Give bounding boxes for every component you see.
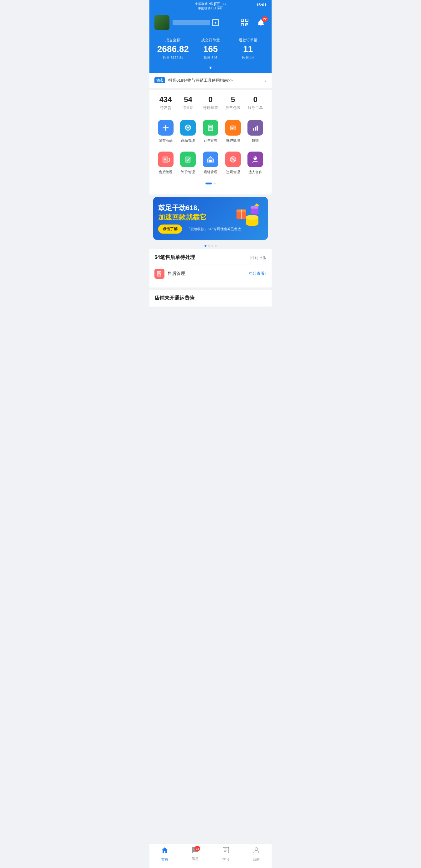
icon-grid-row1: 发布商品 商品管理 — [154, 117, 267, 146]
quick-stat-num-1: 54 — [177, 95, 200, 104]
stat-orders: 成交订单量 165 昨日 346 — [192, 38, 229, 60]
quick-stat-label-3: 异常包裹 — [222, 105, 244, 111]
shop-insurance-section: 店铺未开通运费险 — [149, 290, 272, 307]
hd-badge2: HD — [217, 7, 223, 10]
svg-rect-18 — [232, 128, 233, 129]
hd-badge1: HD — [214, 2, 220, 6]
stat-amount-sub: 昨日 5172.81 — [154, 55, 192, 60]
stat-refunds-label: 退款订单量 — [229, 38, 267, 43]
order-mgmt-icon — [203, 120, 218, 135]
quick-stat-1[interactable]: 54 待售后 — [177, 95, 200, 111]
notice-arrow-icon: › — [265, 78, 267, 83]
stats-row: 成交金额 2686.82 昨日 5172.81 成交订单量 165 昨日 346… — [154, 38, 267, 60]
aftersale-view-link[interactable]: 立即查看 › — [248, 271, 267, 277]
aftersale-label: 售后管理 — [159, 170, 173, 175]
product-mgmt-icon — [180, 120, 196, 135]
stat-amount-value: 2686.82 — [154, 44, 192, 54]
aftersale-section-header: 54笔售后单待处理 回到旧版 — [154, 254, 267, 261]
svg-line-26 — [190, 157, 191, 157]
notification-button[interactable]: 22 — [255, 17, 267, 28]
quick-stat-2[interactable]: 0 违规预警 — [199, 95, 222, 111]
promo-learn-btn[interactable]: 点击了解 — [158, 224, 182, 234]
icon-shop-mgmt[interactable]: 店铺管理 — [199, 148, 222, 178]
promo-pagination — [149, 242, 272, 249]
avatar[interactable] — [154, 15, 170, 30]
stat-refunds: 退款订单量 11 昨日 14 — [229, 38, 267, 60]
review-mgmt-icon — [180, 152, 196, 167]
aftersale-item-icon — [154, 269, 164, 279]
promo-dot-4[interactable] — [215, 245, 217, 247]
quick-stat-num-0: 434 — [154, 95, 177, 104]
time-display: 15:01 — [256, 2, 267, 7]
shop-insurance-title: 店铺未开通运费险 — [154, 295, 267, 302]
shop-mgmt-label: 店铺管理 — [204, 170, 217, 175]
publish-icon — [158, 120, 174, 135]
aftersale-section: 54笔售后单待处理 回到旧版 售后管理 立即查看 › — [149, 249, 272, 287]
icon-influencer[interactable]: 达人合作 — [244, 148, 267, 178]
publish-label: 发布商品 — [159, 138, 173, 143]
promo-dot-2[interactable] — [208, 245, 210, 247]
quick-stat-label-4: 服务工单 — [244, 105, 267, 111]
stat-orders-value: 165 — [192, 44, 229, 54]
header: ▼ 22 — [149, 12, 272, 77]
back-to-old-version-btn[interactable]: 回到旧版 — [250, 255, 267, 260]
stat-refunds-sub: 昨日 14 — [229, 55, 267, 60]
quick-stats-row: 434 待发货 54 待售后 0 违规预警 5 异常包裹 0 服务工单 — [154, 95, 267, 111]
promo-dot-3[interactable] — [211, 245, 213, 247]
stat-amount: 成交金额 2686.82 昨日 5172.81 — [154, 38, 192, 60]
stat-refunds-value: 11 — [229, 44, 267, 54]
icon-aftersale[interactable]: 售后管理 — [154, 148, 177, 178]
withdrawal-label: 账户提现 — [226, 138, 240, 143]
dot-inactive[interactable] — [214, 183, 215, 184]
notice-text: 抖音618好物节营销工具使用指南>> — [168, 78, 262, 83]
violation-mgmt-icon — [225, 152, 241, 167]
aftersale-icon — [158, 152, 174, 167]
aftersale-title: 54笔售后单待处理 — [154, 254, 195, 261]
quick-stat-0[interactable]: 434 待发货 — [154, 95, 177, 111]
carrier2-label: 中国移动 HD — [198, 6, 216, 11]
grid-pagination — [154, 180, 267, 187]
shop-mgmt-icon — [203, 152, 218, 167]
scan-button[interactable] — [239, 17, 250, 28]
icon-data[interactable]: 数据 — [244, 117, 267, 146]
quick-stat-3[interactable]: 5 异常包裹 — [222, 95, 244, 111]
svg-rect-0 — [241, 19, 244, 22]
notice-banner[interactable]: 动态 抖音618好物节营销工具使用指南>> › — [149, 73, 272, 88]
product-mgmt-label: 商品管理 — [181, 138, 195, 143]
review-mgmt-label: 评价管理 — [181, 170, 195, 175]
user-info: ▼ — [154, 15, 219, 30]
icon-order-mgmt[interactable]: 订单管理 — [199, 117, 222, 146]
data-icon — [247, 120, 263, 135]
notice-tag: 动态 — [154, 78, 165, 83]
icon-review-mgmt[interactable]: 评价管理 — [177, 148, 200, 178]
influencer-label: 达人合作 — [248, 170, 262, 175]
promo-banner[interactable]: 鼓足干劲618,加速回款就靠它 点击了解 「极速收款」618专属优惠券已发放 — [153, 197, 268, 240]
stat-amount-label: 成交金额 — [154, 38, 192, 43]
dot-active[interactable] — [206, 183, 212, 184]
icon-grid-row2: 售后管理 评价管理 店 — [154, 148, 267, 178]
quick-stat-4[interactable]: 0 服务工单 — [244, 95, 267, 111]
quick-stat-num-4: 0 — [244, 95, 267, 104]
violation-mgmt-label: 违规管理 — [226, 170, 240, 175]
svg-rect-27 — [209, 160, 212, 162]
promo-dot-1[interactable] — [205, 245, 206, 247]
aftersale-item[interactable]: 售后管理 立即查看 › — [154, 265, 267, 282]
svg-rect-21 — [257, 126, 258, 131]
stat-orders-label: 成交订单量 — [192, 38, 229, 43]
quick-stat-num-3: 5 — [222, 95, 244, 104]
icon-violation-mgmt[interactable]: 违规管理 — [222, 148, 244, 178]
dropdown-arrow[interactable]: ▼ — [212, 19, 219, 26]
svg-rect-1 — [246, 19, 248, 22]
quick-stat-label-1: 待售后 — [177, 105, 200, 111]
svg-rect-19 — [253, 128, 254, 131]
promo-highlight: 加速回款就靠它 — [158, 213, 206, 221]
quick-stat-num-2: 0 — [199, 95, 222, 104]
expand-chevron[interactable]: ▾ — [154, 64, 267, 70]
quick-stats-section: 434 待发货 54 待售后 0 违规预警 5 异常包裹 0 服务工单 — [149, 90, 272, 194]
icon-withdrawal[interactable]: 账户提现 — [222, 117, 244, 146]
influencer-icon — [247, 152, 263, 167]
icon-product-mgmt[interactable]: 商品管理 — [177, 117, 200, 146]
promo-sub-text: 「极速收款」618专属优惠券已发放 — [187, 227, 241, 231]
promo-title: 鼓足干劲618,加速回款就靠它 — [158, 203, 263, 222]
icon-publish[interactable]: 发布商品 — [154, 117, 177, 146]
